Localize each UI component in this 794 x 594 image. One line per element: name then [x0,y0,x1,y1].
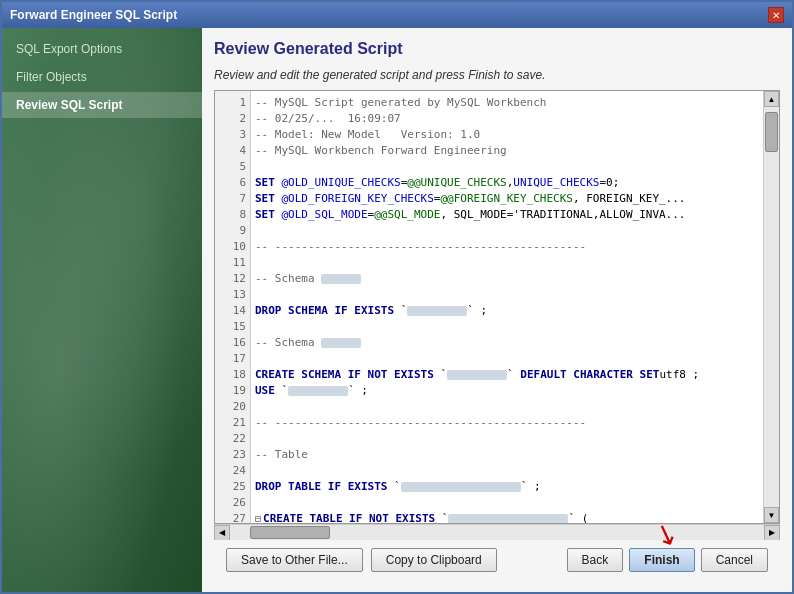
scroll-left-button[interactable]: ◀ [214,525,230,541]
code-line-17 [255,351,759,367]
content-area: SQL Export Options Filter Objects Review… [2,28,792,592]
code-line-20 [255,399,759,415]
close-button[interactable]: ✕ [768,7,784,23]
sidebar: SQL Export Options Filter Objects Review… [2,28,202,592]
scroll-right-button[interactable]: ▶ [764,525,780,541]
sidebar-item-sql-export-options[interactable]: SQL Export Options [2,36,202,62]
code-line-8: SET @OLD_SQL_MODE=@@SQL_MODE, SQL_MODE='… [255,207,759,223]
code-editor[interactable]: 1 2 3 4 5 6 7 8 9 10 11 12 13 14 15 16 1 [214,90,780,524]
code-line-27: ⊟CREATE TABLE IF NOT EXISTS `` ( [255,511,759,523]
code-line-6: SET @OLD_UNIQUE_CHECKS=@@UNIQUE_CHECKS, … [255,175,759,191]
subtitle: Review and edit the generated script and… [214,68,780,82]
code-line-5 [255,159,759,175]
cancel-button[interactable]: Cancel [701,548,768,572]
main-panel: Review Generated Script Review and edit … [202,28,792,592]
scroll-down-button[interactable]: ▼ [764,507,779,523]
page-title: Review Generated Script [214,40,780,58]
code-line-24 [255,463,759,479]
code-line-18: CREATE SCHEMA IF NOT EXISTS `` DEFAULT C… [255,367,759,383]
main-window: Forward Engineer SQL Script ✕ SQL Export… [0,0,794,594]
code-line-2: -- 02/25/... 16:09:07 [255,111,759,127]
code-line-25: DROP TABLE IF EXISTS `` ; [255,479,759,495]
code-line-10: -- -------------------------------------… [255,239,759,255]
code-line-23: -- Table [255,447,759,463]
window-title: Forward Engineer SQL Script [10,8,177,22]
code-line-15 [255,319,759,335]
code-line-12: -- Schema [255,271,759,287]
code-line-14: DROP SCHEMA IF EXISTS `` ; [255,303,759,319]
code-line-1: -- MySQL Script generated by MySQL Workb… [255,95,759,111]
copy-clipboard-button[interactable]: Copy to Clipboard [371,548,497,572]
scroll-track-v[interactable] [764,107,779,507]
nav-buttons: ↘ Back Finish Cancel [567,548,768,572]
scroll-thumb-h[interactable] [250,526,330,539]
code-line-16: -- Schema [255,335,759,351]
title-bar: Forward Engineer SQL Script ✕ [2,2,792,28]
code-line-13 [255,287,759,303]
sidebar-item-review-sql-script[interactable]: Review SQL Script [2,92,202,118]
code-line-9 [255,223,759,239]
vertical-scrollbar[interactable]: ▲ ▼ [763,91,779,523]
action-buttons: Save to Other File... Copy to Clipboard [226,548,497,572]
finish-button[interactable]: Finish [629,548,694,572]
code-line-22 [255,431,759,447]
sidebar-item-filter-objects[interactable]: Filter Objects [2,64,202,90]
code-line-4: -- MySQL Workbench Forward Engineering [255,143,759,159]
horizontal-scrollbar[interactable]: ◀ ▶ [214,524,780,540]
bottom-bar: Save to Other File... Copy to Clipboard … [214,540,780,580]
code-line-7: SET @OLD_FOREIGN_KEY_CHECKS=@@FOREIGN_KE… [255,191,759,207]
scroll-up-button[interactable]: ▲ [764,91,779,107]
scroll-track-h[interactable] [230,525,764,540]
code-content[interactable]: -- MySQL Script generated by MySQL Workb… [251,91,763,523]
save-other-file-button[interactable]: Save to Other File... [226,548,363,572]
line-numbers: 1 2 3 4 5 6 7 8 9 10 11 12 13 14 15 16 1 [215,91,251,523]
code-line-26 [255,495,759,511]
code-line-19: USE `` ; [255,383,759,399]
scroll-thumb-v[interactable] [765,112,778,152]
code-line-11 [255,255,759,271]
code-line-3: -- Model: New Model Version: 1.0 [255,127,759,143]
back-button[interactable]: Back [567,548,624,572]
code-line-21: -- -------------------------------------… [255,415,759,431]
